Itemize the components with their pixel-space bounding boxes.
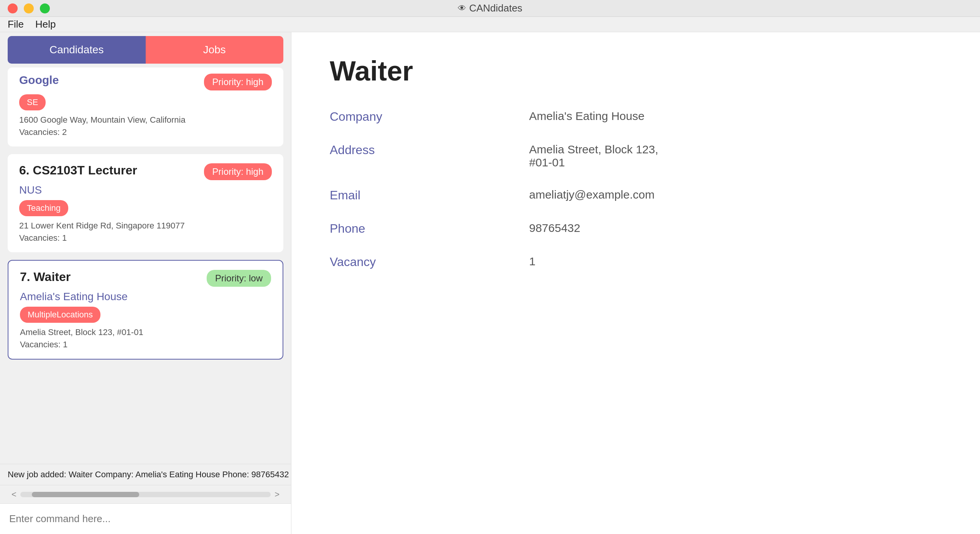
cs2103t-priority: Priority: high xyxy=(204,163,272,180)
scrollbar-track[interactable] xyxy=(20,492,271,497)
detail-address-value: Amelia Street, Block 123,#01-01 xyxy=(529,143,942,169)
app-title: 👁 CANdidates xyxy=(458,2,523,14)
google-company: Google xyxy=(19,74,59,87)
app-title-text: CANdidates xyxy=(469,2,523,14)
right-panel: Waiter Company Amelia's Eating House Add… xyxy=(291,32,980,534)
detail-company-row: Company Amelia's Eating House xyxy=(330,110,942,124)
detail-address-label: Address xyxy=(330,143,529,157)
waiter-address: Amelia Street, Block 123, #01-01 xyxy=(20,327,271,337)
menu-file[interactable]: File xyxy=(8,18,24,30)
google-priority: Priority: high xyxy=(204,74,272,90)
scroll-left-arrow[interactable]: < xyxy=(8,490,20,499)
tab-jobs[interactable]: Jobs xyxy=(146,36,284,64)
detail-email-row: Email ameliatjy@example.com xyxy=(330,188,942,202)
maximize-button[interactable] xyxy=(40,3,50,13)
waiter-title: 7. Waiter xyxy=(20,270,71,284)
command-bar xyxy=(0,503,291,534)
scrollbar-thumb[interactable] xyxy=(32,492,139,497)
google-tag: SE xyxy=(19,94,46,110)
cs2103t-address: 21 Lower Kent Ridge Rd, Singapore 119077 xyxy=(19,221,272,231)
status-bar: New job added: Waiter Company: Amelia's … xyxy=(0,464,291,485)
job-card-waiter[interactable]: 7. Waiter Priority: low Amelia's Eating … xyxy=(8,260,283,360)
detail-vacancy-label: Vacancy xyxy=(330,255,529,269)
detail-address-row: Address Amelia Street, Block 123,#01-01 xyxy=(330,143,942,169)
main-content: Candidates Jobs Google Priority: high SE… xyxy=(0,32,980,534)
cs2103t-vacancies: Vacancies: 1 xyxy=(19,233,272,243)
app-icon: 👁 xyxy=(458,3,466,13)
waiter-tag: MultipleLocations xyxy=(20,307,100,323)
detail-vacancy-row: Vacancy 1 xyxy=(330,255,942,269)
waiter-priority: Priority: low xyxy=(207,270,271,287)
google-vacancies: Vacancies: 2 xyxy=(19,127,272,137)
waiter-vacancies: Vacancies: 1 xyxy=(20,340,271,350)
detail-email-value: ameliatjy@example.com xyxy=(529,188,942,201)
status-message: New job added: Waiter Company: Amelia's … xyxy=(8,470,289,479)
waiter-company: Amelia's Eating House xyxy=(20,291,271,303)
cs2103t-company: NUS xyxy=(19,184,272,196)
left-panel: Candidates Jobs Google Priority: high SE… xyxy=(0,32,291,534)
detail-vacancy-value: 1 xyxy=(529,255,942,268)
menubar: File Help xyxy=(0,17,980,32)
detail-email-label: Email xyxy=(330,188,529,202)
cs2103t-title: 6. CS2103T Lecturer xyxy=(19,163,137,177)
menu-help[interactable]: Help xyxy=(35,18,56,30)
scroll-right-arrow[interactable]: > xyxy=(271,490,283,499)
detail-company-label: Company xyxy=(330,110,529,124)
window-controls xyxy=(8,3,50,13)
detail-phone-value: 98765432 xyxy=(529,222,942,235)
google-address: 1600 Google Way, Mountain View, Californ… xyxy=(19,115,272,125)
titlebar: 👁 CANdidates xyxy=(0,0,980,17)
detail-company-value: Amelia's Eating House xyxy=(529,110,942,123)
command-input[interactable] xyxy=(9,513,282,525)
minimize-button[interactable] xyxy=(24,3,34,13)
scrollbar-area: < > xyxy=(0,485,291,503)
tab-candidates[interactable]: Candidates xyxy=(8,36,146,64)
cs2103t-tag: Teaching xyxy=(19,200,68,216)
close-button[interactable] xyxy=(8,3,18,13)
tab-row: Candidates Jobs xyxy=(0,32,291,67)
detail-phone-row: Phone 98765432 xyxy=(330,222,942,236)
job-list[interactable]: Google Priority: high SE 1600 Google Way… xyxy=(0,67,291,464)
job-card-cs2103t[interactable]: 6. CS2103T Lecturer Priority: high NUS T… xyxy=(8,154,283,252)
job-card-google[interactable]: Google Priority: high SE 1600 Google Way… xyxy=(8,67,283,146)
detail-phone-label: Phone xyxy=(330,222,529,236)
detail-title: Waiter xyxy=(330,55,942,87)
